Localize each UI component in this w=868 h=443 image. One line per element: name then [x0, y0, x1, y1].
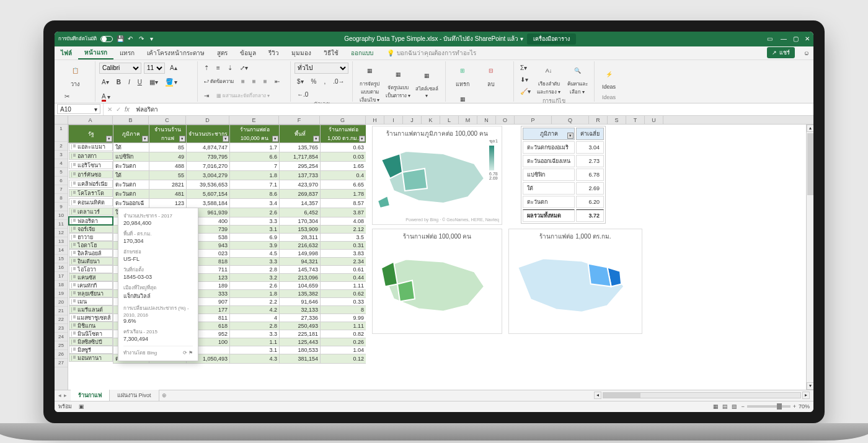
percent-format-icon[interactable]: % [309, 76, 319, 87]
format-as-table-button[interactable]: ▦จัดรูปแบบเป็นตาราง ▾ [385, 66, 411, 100]
scroll-left-icon[interactable]: ◂ [594, 392, 601, 399]
macro-record-icon[interactable]: ▣ [79, 403, 84, 410]
tab-pagelayout[interactable]: เค้าโครงหน้ากระดาษ [141, 46, 211, 59]
scroll-thumb[interactable] [603, 393, 640, 398]
tab-data[interactable]: ข้อมูล [234, 46, 262, 59]
table-row[interactable]: อินเดียนา8183.394,3212.34 [69, 257, 366, 265]
align-center-icon[interactable]: ≡ [250, 76, 259, 87]
sheet-tab[interactable]: แผ่นงาน Pivot [110, 390, 159, 401]
vertical-scrollbar[interactable]: ▴ ▾ [806, 125, 813, 390]
cancel-formula-icon[interactable]: ✕ [107, 106, 112, 113]
clear-icon[interactable]: 🧹▾ [518, 86, 533, 97]
cell-styles-button[interactable]: ▦สไตล์เซลล์ ▾ [414, 68, 440, 99]
sheet-tab-active[interactable]: ร้านกาแฟ [71, 390, 110, 401]
column-headers[interactable]: ABCDEFGHIJKLMNOPQRSTU [68, 116, 813, 125]
fx-icon[interactable]: fx [125, 106, 130, 113]
align-top-icon[interactable]: ⇡ [202, 63, 211, 73]
chart-map-perkm[interactable]: ร้านกาแฟต่อ 1,000 ตร.กม. [508, 229, 642, 334]
increase-decimal-icon[interactable]: .0→ [330, 76, 347, 87]
feedback-icon[interactable]: ☺ [800, 50, 813, 56]
table-row[interactable]: ฟลอริดา4003.3170,3044.08 [69, 217, 366, 225]
tab-review[interactable]: รีวิว [262, 46, 285, 59]
find-select-button[interactable]: 🔍ค้นหาและเลือก ▾ [564, 63, 590, 96]
table-row[interactable]: แมสซาชูเซตส์811427,3369.99 [69, 314, 366, 322]
filter-icon[interactable]: ▾ [313, 136, 319, 142]
table-row[interactable]: เดลาแวร์ใต้25961,9392.66,4523.87 [69, 208, 366, 217]
increase-indent-icon[interactable]: ⇥ [202, 90, 211, 101]
decrease-font-icon[interactable]: A▾ [99, 77, 112, 87]
table-row[interactable]: หลุยเซียนา3331.8135,3820.62 [69, 289, 366, 297]
zoom-out-icon[interactable]: − [741, 403, 744, 410]
font-size-select[interactable]: 11 [144, 63, 165, 74]
formula-input[interactable]: ฟลอริดา [133, 105, 813, 114]
chart-map-region[interactable]: ร้านกาแฟตามภูมิภาคต่อ 100,000 คน ชุด1 [372, 126, 502, 225]
table-row[interactable]: ไอโอวา7112.8145,7430.61 [69, 265, 366, 273]
fill-color-icon[interactable]: 🪣▾ [163, 76, 180, 89]
filter-icon[interactable]: ▾ [272, 136, 278, 142]
table-row[interactable]: แอริโซนาตะวันตก4887,016,2707295,2541.65 [69, 161, 366, 170]
number-format-select[interactable]: ทั่วไป [294, 63, 348, 74]
bold-button[interactable]: B [114, 77, 123, 87]
table-row[interactable]: จอร์เจีย7393.1153,9092.12 [69, 225, 366, 233]
horizontal-scrollbar[interactable]: ◂ ▸ [169, 392, 813, 399]
view-normal-icon[interactable]: ▦ [713, 403, 719, 410]
accounting-format-icon[interactable]: $▾ [294, 76, 306, 87]
orientation-icon[interactable]: ⤢▾ [237, 63, 250, 73]
align-middle-icon[interactable]: ≡ [214, 63, 223, 73]
undo-icon[interactable]: ↶ [128, 35, 135, 43]
scroll-down-icon[interactable]: ▾ [807, 382, 813, 390]
scroll-up-icon[interactable]: ▴ [807, 125, 813, 132]
cut-icon[interactable]: ✂ [62, 91, 73, 102]
name-box[interactable]: A10 ▾ [57, 104, 100, 114]
table-row[interactable]: แคนซัส1233.2213,0960.44 [69, 273, 366, 281]
tab-insert[interactable]: แทรก [113, 46, 141, 59]
table-row[interactable]: มิสซิสซิปปี1001.1125,4430.26 [69, 338, 366, 346]
filter-icon[interactable]: ▾ [142, 136, 148, 142]
autosave-toggle[interactable]: การบันทึกอัตโนมัติ [58, 35, 97, 43]
share-button[interactable]: ↗ แชร์ [767, 47, 795, 58]
filter-icon[interactable]: ▾ [359, 136, 365, 142]
tab-home[interactable]: หน้าแรก [78, 46, 113, 59]
filter-icon[interactable]: ▾ [223, 136, 229, 142]
enter-formula-icon[interactable]: ✓ [116, 106, 121, 113]
table-row[interactable]: คอนเนทิคัตตะวันออกเฉี1233,588,1843.414,3… [69, 198, 366, 208]
wrap-text-button[interactable]: ⮐ ตัดข้อความ [202, 76, 236, 87]
underline-button[interactable]: U [135, 77, 144, 87]
table-row[interactable]: อาร์คันซอใต้553,004,2791.8137,7330.4 [69, 170, 366, 180]
zoom-level[interactable]: 70% [799, 403, 810, 410]
sheet-nav-last-icon[interactable]: ▸ [64, 392, 67, 398]
tell-me-search[interactable]: 💡 บอกฉันว่าคุณต้องการทำอะไร [379, 48, 767, 58]
align-bottom-icon[interactable]: ⇣ [225, 63, 235, 73]
font-name-select[interactable]: Calibri [99, 63, 141, 74]
table-row[interactable]: อิลลินอยส์0234.5149,9983.83 [69, 249, 366, 257]
merge-button[interactable]: ▦ ผสานและจัดกึ่งกลาง ▾ [214, 90, 272, 102]
zoom-in-icon[interactable]: + [793, 403, 796, 410]
ideas-button[interactable]: ⚡Ideas [598, 66, 619, 90]
filter-icon[interactable]: ▾ [567, 133, 574, 139]
data-card-popup[interactable]: จำนวนประชากร - 201720,984,400พื้นที่ - ต… [118, 208, 198, 361]
window-maximize-icon[interactable]: ▢ [793, 35, 799, 42]
summary-table[interactable]: ภูมิภาค▾ ค่าเฉลี่ย ตะวันตกของอเมริ3.04ตะ… [521, 126, 606, 224]
scroll-right-icon[interactable]: ▸ [802, 392, 810, 399]
view-page-break-icon[interactable]: ▧ [732, 403, 737, 410]
autosum-icon[interactable]: Σ▾ [518, 63, 533, 73]
align-right-icon[interactable]: ≡ [261, 76, 270, 87]
table-row[interactable]: แมรีแลนด์1774.232,1338 [69, 305, 366, 314]
filter-icon[interactable]: ▾ [106, 136, 112, 142]
chart-map-per100k[interactable]: ร้านกาแฟต่อ 100,000 คน [372, 229, 502, 334]
view-page-layout-icon[interactable]: ▤ [722, 403, 728, 410]
redo-icon[interactable]: ↷ [139, 35, 146, 43]
italic-button[interactable]: I [126, 77, 133, 87]
scroll-thumb[interactable] [807, 133, 813, 195]
table-row[interactable]: โคโลราโดตะวันตก4815,607,1548.6269,8371.7… [69, 189, 366, 198]
comma-format-icon[interactable]: , [321, 76, 328, 87]
tab-formulas[interactable]: สูตร [211, 46, 234, 59]
table-row[interactable]: มินนิโซตา9523.3225,1810.82 [69, 330, 366, 338]
tab-design[interactable]: ออกแบบ [345, 46, 379, 59]
save-icon[interactable]: 💾 [117, 35, 124, 43]
table-row[interactable]: แคลิฟอร์เนียตะวันตก282139,536,6537.1423,… [69, 180, 366, 189]
table-row[interactable]: มิชิแกน6182.8250,4931.11 [69, 322, 366, 330]
increase-font-icon[interactable]: A▴ [167, 63, 180, 73]
add-sheet-icon[interactable]: ⊕ [159, 392, 169, 398]
data-table[interactable]: รัฐ▾ ภูมิภาค▾ จำนวนร้านกาแฟ▾ จำนวนประชาก… [68, 125, 366, 364]
